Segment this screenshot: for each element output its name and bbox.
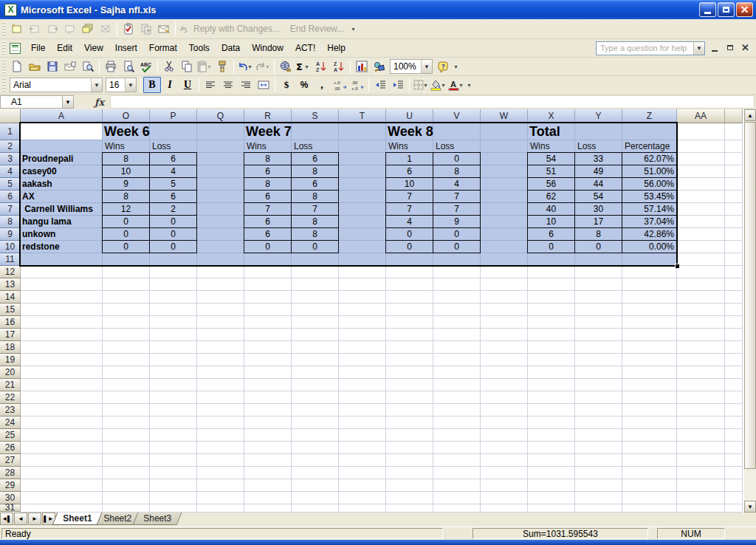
drawing-icon[interactable] bbox=[371, 58, 388, 75]
row-header-26[interactable]: 26 bbox=[0, 442, 21, 454]
document-close-button[interactable]: ✕ bbox=[739, 43, 752, 54]
align-left-icon[interactable] bbox=[202, 77, 219, 93]
cell-V9[interactable]: 0 bbox=[433, 227, 481, 241]
cell-O8[interactable]: 0 bbox=[102, 215, 150, 228]
cell-O7[interactable]: 12 bbox=[102, 202, 150, 216]
menu-format[interactable]: Format bbox=[143, 40, 183, 56]
row-header-13[interactable]: 13 bbox=[0, 278, 21, 291]
cell-S5[interactable]: 6 bbox=[291, 177, 339, 191]
row-header-22[interactable]: 22 bbox=[0, 391, 21, 404]
cell-V8[interactable]: 9 bbox=[433, 215, 481, 228]
row-header-1[interactable]: 1 bbox=[0, 123, 21, 140]
scroll-down-icon[interactable]: ▼ bbox=[744, 501, 756, 513]
toolbar-grip[interactable] bbox=[2, 22, 5, 35]
cell-U9[interactable]: 0 bbox=[385, 227, 433, 241]
mail-recipient-icon[interactable] bbox=[155, 21, 173, 37]
row-header-10[interactable]: 10 bbox=[0, 241, 21, 253]
row-header-21[interactable]: 21 bbox=[0, 379, 21, 391]
cell-X6[interactable]: 62 bbox=[527, 190, 575, 203]
cell-Z6[interactable]: 53.45% bbox=[622, 190, 677, 203]
cell-S6[interactable]: 8 bbox=[291, 190, 339, 203]
print-icon[interactable] bbox=[102, 58, 120, 75]
row-header-12[interactable]: 12 bbox=[0, 266, 21, 278]
window-close-button[interactable]: ✕ bbox=[736, 2, 753, 17]
row-header-27[interactable]: 27 bbox=[0, 454, 21, 467]
chevron-down-icon[interactable]: ▼ bbox=[62, 95, 74, 109]
toolbar-options-icon[interactable]: ▾ bbox=[465, 82, 473, 89]
save-icon[interactable] bbox=[44, 58, 61, 75]
cell-V5[interactable]: 4 bbox=[433, 177, 481, 191]
cell-U3[interactable]: 1 bbox=[385, 152, 433, 165]
previous-sheet-icon[interactable]: ◄ bbox=[14, 513, 27, 525]
name-box[interactable]: A1 bbox=[0, 95, 62, 109]
update-file-icon[interactable] bbox=[137, 21, 155, 37]
worksheet-menu-icon[interactable] bbox=[10, 43, 21, 54]
cell-Z5[interactable]: 56.00% bbox=[622, 177, 677, 191]
align-right-icon[interactable] bbox=[237, 77, 255, 93]
cell-P6[interactable]: 6 bbox=[149, 190, 197, 203]
row-header-17[interactable]: 17 bbox=[0, 329, 21, 341]
undo-icon[interactable]: ▾ bbox=[236, 58, 254, 75]
col-header-V[interactable]: V bbox=[433, 109, 481, 123]
cell-S4[interactable]: 8 bbox=[291, 165, 339, 178]
cell-V6[interactable]: 7 bbox=[433, 190, 481, 203]
cut-icon[interactable] bbox=[160, 58, 178, 75]
document-minimize-button[interactable] bbox=[708, 43, 721, 54]
percent-icon[interactable]: % bbox=[295, 77, 313, 93]
cell-V3[interactable]: 0 bbox=[433, 152, 481, 165]
cell-X3[interactable]: 54 bbox=[527, 152, 575, 165]
chevron-down-icon[interactable]: ▼ bbox=[125, 78, 136, 92]
active-cell-A1[interactable] bbox=[21, 123, 102, 140]
cell-U5[interactable]: 10 bbox=[385, 177, 433, 191]
cell-X10[interactable]: 0 bbox=[527, 240, 575, 253]
cell-U6[interactable]: 7 bbox=[385, 190, 433, 203]
row-header-11[interactable]: 11 bbox=[0, 253, 21, 266]
cell-O9[interactable]: 0 bbox=[102, 227, 150, 241]
cell-S3[interactable]: 6 bbox=[291, 152, 339, 165]
fill-color-icon[interactable]: ▾ bbox=[430, 77, 447, 93]
cell-S9[interactable]: 8 bbox=[291, 227, 339, 241]
row-header-5[interactable]: 5 bbox=[0, 178, 21, 191]
show-hide-comment-icon[interactable] bbox=[61, 21, 79, 37]
chart-wizard-icon[interactable] bbox=[353, 58, 371, 75]
cell-U7[interactable]: 7 bbox=[385, 202, 433, 216]
italic-button[interactable]: I bbox=[161, 77, 179, 93]
col-header-O[interactable]: O bbox=[103, 109, 150, 123]
cell-Z8[interactable]: 37.04% bbox=[622, 215, 677, 228]
cell-X7[interactable]: 40 bbox=[527, 202, 575, 216]
cell-Z10[interactable]: 0.00% bbox=[622, 240, 677, 253]
cell-R9[interactable]: 6 bbox=[244, 227, 292, 241]
cell-O4[interactable]: 10 bbox=[102, 165, 150, 178]
autosum-icon[interactable]: Σ▾ bbox=[295, 58, 312, 75]
copy-icon[interactable] bbox=[178, 58, 196, 75]
scroll-up-icon[interactable]: ▲ bbox=[744, 109, 756, 121]
toolbar-grip[interactable] bbox=[2, 78, 5, 92]
toolbar-grip[interactable] bbox=[2, 60, 5, 73]
currency-icon[interactable]: $ bbox=[278, 77, 295, 93]
row-header-23[interactable]: 23 bbox=[0, 404, 21, 417]
cell-O3[interactable]: 8 bbox=[102, 152, 150, 165]
cell-Y9[interactable]: 8 bbox=[574, 227, 622, 241]
search-icon[interactable] bbox=[79, 58, 97, 75]
toggle-markup-icon[interactable] bbox=[120, 21, 137, 37]
cell-R4[interactable]: 6 bbox=[244, 165, 292, 178]
col-header-partial[interactable] bbox=[725, 109, 743, 123]
next-sheet-icon[interactable]: ► bbox=[28, 513, 41, 525]
insert-function-icon[interactable]: ƒx bbox=[74, 97, 110, 108]
row-header-16[interactable]: 16 bbox=[0, 316, 21, 329]
player-name-hangu-lama[interactable]: hangu lama bbox=[21, 216, 103, 228]
cell-X5[interactable]: 56 bbox=[527, 177, 575, 191]
show-all-comments-icon[interactable] bbox=[79, 21, 97, 37]
menu-act[interactable]: ACT! bbox=[289, 40, 321, 56]
toolbar-grip[interactable] bbox=[2, 41, 5, 55]
toolbar-options-icon[interactable]: ▾ bbox=[349, 26, 357, 32]
chevron-down-icon[interactable]: ▼ bbox=[421, 60, 432, 73]
borders-icon[interactable]: ▾ bbox=[412, 77, 430, 93]
toolbar-options-icon[interactable]: ▾ bbox=[452, 64, 460, 70]
player-name-aakash[interactable]: aakash bbox=[21, 178, 103, 191]
row-header-8[interactable]: 8 bbox=[0, 216, 21, 228]
cell-Y10[interactable]: 0 bbox=[574, 240, 622, 253]
menu-tools[interactable]: Tools bbox=[183, 40, 216, 56]
decrease-decimal-icon[interactable]: .00+.0 bbox=[348, 77, 366, 93]
cell-S10[interactable]: 0 bbox=[291, 240, 339, 253]
